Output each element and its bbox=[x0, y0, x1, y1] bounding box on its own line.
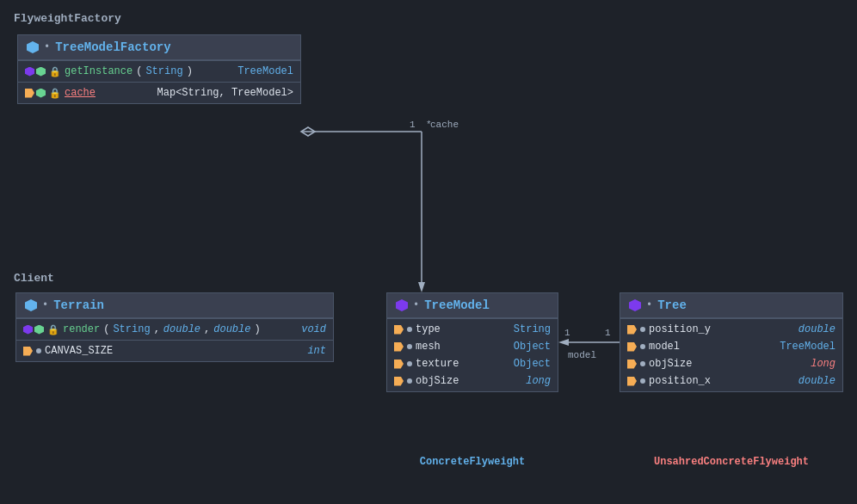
class-header-tree-model-factory: • TreeModelFactory bbox=[18, 35, 300, 60]
svg-text:cache: cache bbox=[430, 120, 459, 130]
section-fields-tree: position_y double model TreeModel objSiz… bbox=[620, 318, 842, 391]
field-model-name: model bbox=[649, 341, 680, 353]
field-obj-size-t: objSize long bbox=[620, 355, 842, 372]
field-canvas-size-name: CANVAS_SIZE bbox=[45, 345, 113, 357]
tag-icon-terrain bbox=[23, 347, 33, 356]
field-pos-y: position_y double bbox=[620, 321, 842, 338]
field-model: model TreeModel bbox=[620, 338, 842, 355]
field-type: type String bbox=[387, 321, 558, 338]
svg-text:1: 1 bbox=[564, 328, 570, 338]
label-unshared-flyweight: UnsahredConcreteFlyweight bbox=[620, 456, 843, 468]
field-cache: 🔒 cache Map<String, TreeModel> bbox=[18, 84, 300, 101]
class-terrain: • Terrain 🔒 render(String, double, doubl… bbox=[15, 292, 334, 362]
field-pos-y-val: double bbox=[714, 323, 835, 335]
field-texture: texture Object bbox=[387, 355, 558, 372]
cube-icon bbox=[27, 41, 39, 53]
field-model-val: TreeModel bbox=[683, 341, 835, 353]
field-mesh-val: Object bbox=[444, 341, 551, 353]
diagram-canvas: * 1 cache 1 1 model FlyweightFactory Cli… bbox=[0, 0, 857, 504]
field-pos-x-name: position_x bbox=[649, 375, 711, 387]
field-canvas-size: CANVAS_SIZE int bbox=[16, 342, 333, 360]
field-pos-x-val: double bbox=[714, 375, 835, 387]
svg-text:1: 1 bbox=[410, 120, 416, 130]
cube-m-icon2 bbox=[34, 325, 44, 335]
dot-objsize-tm bbox=[407, 378, 412, 384]
section-methods-tmf: 🔒 getInstance(String) TreeModel bbox=[18, 60, 300, 82]
cube-m-icon bbox=[23, 325, 33, 335]
tag-posy bbox=[627, 325, 637, 335]
field-pos-y-name: position_y bbox=[649, 323, 711, 335]
tag-icon bbox=[25, 89, 34, 98]
method-get-instance: 🔒 getInstance(String) TreeModel bbox=[18, 63, 300, 80]
dot-texture bbox=[407, 361, 412, 366]
class-title-tree-model: TreeModel bbox=[424, 298, 490, 312]
field-canvas-size-type: int bbox=[116, 345, 326, 357]
dot-terrain: • bbox=[42, 299, 48, 311]
cube-small-icon bbox=[25, 67, 34, 77]
render-p3: double bbox=[213, 323, 250, 335]
render-paren: ( bbox=[103, 323, 109, 335]
method-render-name: render bbox=[63, 323, 100, 335]
dot-type bbox=[407, 327, 412, 332]
dot-tree: • bbox=[646, 299, 652, 311]
render-return: void bbox=[264, 323, 326, 335]
cube-extra-icon bbox=[36, 89, 46, 98]
group-label-client: Client bbox=[14, 272, 54, 285]
cube-small-icon2 bbox=[36, 67, 46, 77]
field-texture-name: texture bbox=[416, 358, 459, 370]
svg-marker-2 bbox=[418, 282, 425, 292]
field-type-name: type bbox=[416, 323, 441, 335]
tag-texture bbox=[394, 360, 404, 369]
class-header-tree-model: • TreeModel bbox=[387, 293, 558, 318]
class-title-tree-model-factory: TreeModelFactory bbox=[55, 40, 170, 54]
render-p2: double bbox=[163, 323, 200, 335]
field-type-val: String bbox=[444, 323, 551, 335]
svg-text:1: 1 bbox=[605, 328, 611, 338]
tag-type bbox=[394, 325, 404, 335]
field-mesh-name: mesh bbox=[416, 341, 441, 353]
render-comma1: , bbox=[154, 323, 160, 335]
svg-marker-3 bbox=[301, 127, 315, 136]
class-tree: • Tree position_y double model TreeModel… bbox=[620, 292, 843, 392]
dot-posy bbox=[640, 327, 645, 332]
class-header-terrain: • Terrain bbox=[16, 293, 333, 318]
class-tree-model: • TreeModel type String mesh Object text… bbox=[386, 292, 558, 392]
dot-objsize-t bbox=[640, 361, 645, 366]
lock-icon2: 🔒 bbox=[49, 88, 61, 99]
field-texture-val: Object bbox=[462, 358, 551, 370]
class-title-terrain: Terrain bbox=[53, 298, 104, 312]
render-close: ) bbox=[254, 323, 260, 335]
render-comma2: , bbox=[204, 323, 210, 335]
tag-objsize-tm bbox=[394, 377, 404, 386]
tag-model bbox=[627, 342, 637, 352]
class-tree-model-factory: • TreeModelFactory 🔒 getInstance(String)… bbox=[17, 34, 301, 104]
method-get-instance-name: getInstance bbox=[65, 65, 133, 77]
svg-text:model: model bbox=[568, 350, 596, 360]
method-paren-close: ) bbox=[187, 65, 193, 77]
dot-mesh bbox=[407, 344, 412, 349]
method-param-string: String bbox=[145, 65, 182, 77]
cube-icon-tree-model bbox=[396, 299, 408, 311]
method-return-type: TreeModel bbox=[196, 65, 293, 77]
dot-posx bbox=[640, 378, 645, 384]
class-title-tree: Tree bbox=[657, 298, 687, 312]
method-get-instance-params: ( bbox=[136, 65, 142, 77]
field-cache-name: cache bbox=[65, 87, 96, 99]
field-cache-type: Map<String, TreeModel> bbox=[99, 87, 293, 99]
dot-tree-model: • bbox=[413, 299, 419, 311]
section-fields-tmf: 🔒 cache Map<String, TreeModel> bbox=[18, 82, 300, 103]
label-concrete-flyweight: ConcreteFlyweight bbox=[386, 456, 558, 468]
cube-icon-tree bbox=[629, 299, 641, 311]
field-pos-x: position_x double bbox=[620, 372, 842, 390]
dot-separator: • bbox=[44, 41, 50, 53]
field-obj-size-tm: objSize long bbox=[387, 372, 558, 390]
field-obj-size-t-name: objSize bbox=[649, 358, 692, 370]
method-render: 🔒 render(String, double, double) void bbox=[16, 321, 333, 338]
field-mesh: mesh Object bbox=[387, 338, 558, 355]
cube-icon-terrain bbox=[25, 299, 37, 311]
class-header-tree: • Tree bbox=[620, 293, 842, 318]
field-obj-size-t-val: long bbox=[695, 358, 835, 370]
svg-text:*: * bbox=[426, 120, 432, 130]
lock-icon: 🔒 bbox=[49, 66, 61, 77]
lock-icon3: 🔒 bbox=[47, 324, 59, 335]
